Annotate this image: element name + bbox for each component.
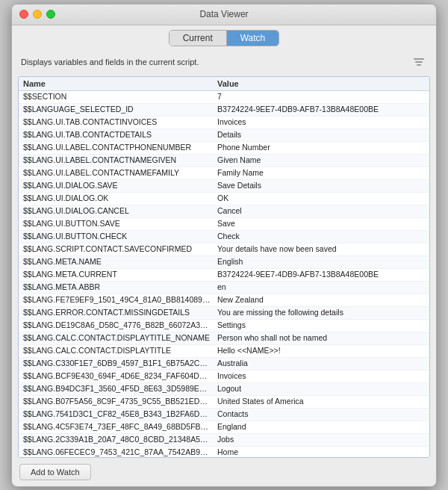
tab-watch[interactable]: Watch	[227, 31, 279, 46]
titlebar: Data Viewer	[12, 4, 436, 25]
filter-icon[interactable]	[411, 54, 427, 70]
table-row[interactable]: $$LANG.UI.TAB.CONTACTINVOICESInvoices	[19, 117, 429, 129]
cell-name: $$LANG.UI.BUTTON.CHECK	[23, 232, 217, 241]
cell-value: Logout	[217, 384, 425, 393]
cell-name: $$LANG.2C339A1B_20A7_48C0_8CBD_21348A5EC…	[23, 435, 217, 444]
cell-name: $$LANG.SCRIPT.CONTACT.SAVECONFIRMED	[23, 244, 217, 253]
cell-value: Home	[217, 447, 425, 456]
cell-name: $$LANG.META.NAME	[23, 257, 217, 266]
minimize-button[interactable]	[33, 10, 42, 19]
cell-name: $$LANG.CALC.CONTACT.DISPLAYTITLE_NONAME	[23, 333, 217, 342]
table-row[interactable]: $$LANG.B94DC3F1_3560_4F5D_8E63_3D5989E08…	[19, 383, 429, 396]
subtitle-text: Displays variables and fields in the cur…	[21, 58, 199, 66]
table-row[interactable]: $$LANG.META.NAMEEnglish	[19, 256, 429, 269]
tab-group: Current Watch	[169, 30, 280, 46]
cell-name: $$LANG.UI.LABEL.CONTACTNAMEGIVEN	[23, 155, 217, 164]
cell-name: $$LANG.7541D3C1_CF82_45E8_B343_1B2FA6DDF…	[23, 409, 217, 418]
cell-value: United States of America	[217, 397, 425, 406]
cell-value: English	[217, 257, 425, 266]
subtitle-row: Displays variables and fields in the cur…	[12, 51, 436, 76]
svg-rect-0	[414, 58, 424, 60]
table-row[interactable]: $$LANG.META.CURRENTB3724224-9EE7-4DB9-AF…	[19, 269, 429, 282]
table-row[interactable]: $$LANG.UI.DIALOG.SAVESave Details	[19, 180, 429, 193]
cell-value: Your details have now been saved	[217, 244, 425, 253]
cell-name: $$LANG.META.CURRENT	[23, 270, 217, 279]
table-body: $$SECTION7$$LANGUAGE_SELECTED_IDB3724224…	[19, 91, 429, 457]
cell-name: $$LANG.CALC.CONTACT.DISPLAYTITLE	[23, 346, 217, 355]
table-row[interactable]: $$LANG.BCF9E430_694F_4D6E_8234_FAF604D2C…	[19, 370, 429, 383]
cell-value: Phone Number	[217, 143, 425, 152]
cell-value: Check	[217, 232, 425, 241]
cell-name: $$LANG.ERROR.CONTACT.MISSINGDETAILS	[23, 308, 217, 317]
cell-name: $$LANG.C330F1E7_6DB9_4597_B1F1_6B75A2C55…	[23, 359, 217, 368]
table-row[interactable]: $$LANG.META.ABBRen	[19, 282, 429, 294]
cell-name: $$LANG.B94DC3F1_3560_4F5D_8E63_3D5989E08…	[23, 384, 217, 393]
cell-value: 7	[217, 92, 425, 101]
cell-value: Given Name	[217, 155, 425, 164]
cell-name: $$LANG.UI.DIALOG.OK	[23, 193, 217, 202]
cell-name: $$LANG.UI.TAB.CONTACTINVOICES	[23, 117, 217, 126]
table-row[interactable]: $$LANG.2C339A1B_20A7_48C0_8CBD_21348A5EC…	[19, 434, 429, 447]
window-title: Data Viewer	[199, 9, 248, 19]
table-row[interactable]: $$LANG.C330F1E7_6DB9_4597_B1F1_6B75A2C55…	[19, 358, 429, 370]
close-button[interactable]	[19, 10, 28, 19]
cell-name: $$LANG.UI.TAB.CONTACTDETAILS	[23, 130, 217, 139]
data-table: Name Value $$SECTION7$$LANGUAGE_SELECTED…	[18, 76, 430, 458]
table-row[interactable]: $$LANG.4C5F3E74_73EF_48FC_8A49_68BD5FBDB…	[19, 421, 429, 434]
table-row[interactable]: $$LANG.CALC.CONTACT.DISPLAYTITLE_NONAMEP…	[19, 332, 429, 345]
cell-value: Settings	[217, 320, 425, 329]
cell-value: Person who shall not be named	[217, 333, 425, 342]
cell-value: Jobs	[217, 435, 425, 444]
cell-name: $$LANG.4C5F3E74_73EF_48FC_8A49_68BD5FBDB…	[23, 422, 217, 431]
cell-value: You are missing the following details	[217, 308, 425, 317]
col-name-header: Name	[23, 79, 217, 88]
maximize-button[interactable]	[46, 10, 55, 19]
cell-value: Contacts	[217, 409, 425, 418]
table-header: Name Value	[19, 77, 429, 91]
table-row[interactable]: $$LANG.FE7E9EF9_1501_49C4_81A0_BB8140896…	[19, 294, 429, 307]
table-row[interactable]: $$LANG.7541D3C1_CF82_45E8_B343_1B2FA6DDF…	[19, 409, 429, 421]
table-row[interactable]: $$LANG.UI.LABEL.CONTACTNAMEFAMILYFamily …	[19, 167, 429, 180]
cell-value: New Zealand	[217, 295, 425, 304]
cell-value: B3724224-9EE7-4DB9-AFB7-13B8A48E00BE	[217, 105, 425, 114]
cell-name: $$LANG.BCF9E430_694F_4D6E_8234_FAF604D2C…	[23, 371, 217, 380]
main-window: Data Viewer Current Watch Displays varia…	[11, 4, 437, 487]
cell-value: Save Details	[217, 181, 425, 190]
cell-value: Invoices	[217, 371, 425, 380]
cell-name: $$LANG.META.ABBR	[23, 282, 217, 291]
cell-value: Details	[217, 130, 425, 139]
table-row[interactable]: $$LANG.SCRIPT.CONTACT.SAVECONFIRMEDYour …	[19, 244, 429, 256]
cell-name: $$LANG.B07F5A56_8C9F_4735_9C55_BB521EDE7…	[23, 397, 217, 406]
tab-current[interactable]: Current	[169, 31, 227, 46]
add-to-watch-button[interactable]: Add to Watch	[19, 464, 91, 480]
cell-value: England	[217, 422, 425, 431]
cell-value: Cancel	[217, 206, 425, 215]
cell-name: $$LANGUAGE_SELECTED_ID	[23, 105, 217, 114]
table-row[interactable]: $$LANG.UI.LABEL.CONTACTNAMEGIVENGiven Na…	[19, 155, 429, 167]
table-row[interactable]: $$SECTION7	[19, 91, 429, 104]
table-row[interactable]: $$LANG.UI.TAB.CONTACTDETAILSDetails	[19, 129, 429, 142]
table-row[interactable]: $$LANG.ERROR.CONTACT.MISSINGDETAILSYou a…	[19, 307, 429, 320]
table-row[interactable]: $$LANG.UI.BUTTON.CHECKCheck	[19, 231, 429, 244]
table-row[interactable]: $$LANGUAGE_SELECTED_IDB3724224-9EE7-4DB9…	[19, 104, 429, 117]
cell-value: Hello <<NAME>>!	[217, 346, 425, 355]
svg-rect-1	[415, 61, 423, 63]
cell-name: $$LANG.DE19C8A6_D58C_4776_B82B_66072A344…	[23, 320, 217, 329]
table-row[interactable]: $$LANG.CALC.CONTACT.DISPLAYTITLEHello <<…	[19, 345, 429, 358]
table-row[interactable]: $$LANG.06FECEC9_7453_421C_87AA_7542AB98E…	[19, 447, 429, 457]
table-row[interactable]: $$LANG.DE19C8A6_D58C_4776_B82B_66072A344…	[19, 320, 429, 332]
cell-value: en	[217, 282, 425, 291]
cell-name: $$LANG.UI.LABEL.CONTACTNAMEFAMILY	[23, 168, 217, 177]
cell-value: B3724224-9EE7-4DB9-AFB7-13B8A48E00BE	[217, 270, 425, 279]
table-row[interactable]: $$LANG.UI.DIALOG.CANCELCancel	[19, 205, 429, 218]
table-row[interactable]: $$LANG.UI.LABEL.CONTACTPHONENUMBERPhone …	[19, 142, 429, 155]
cell-value: Australia	[217, 359, 425, 368]
cell-name: $$LANG.FE7E9EF9_1501_49C4_81A0_BB8140896…	[23, 295, 217, 304]
cell-name: $$LANG.06FECEC9_7453_421C_87AA_7542AB98E…	[23, 447, 217, 456]
table-row[interactable]: $$LANG.B07F5A56_8C9F_4735_9C55_BB521EDE7…	[19, 396, 429, 409]
cell-name: $$LANG.UI.DIALOG.CANCEL	[23, 206, 217, 215]
cell-name: $$LANG.UI.LABEL.CONTACTPHONENUMBER	[23, 143, 217, 152]
toolbar: Current Watch	[12, 25, 436, 51]
table-row[interactable]: $$LANG.UI.DIALOG.OKOK	[19, 193, 429, 205]
table-row[interactable]: $$LANG.UI.BUTTON.SAVESave	[19, 218, 429, 231]
